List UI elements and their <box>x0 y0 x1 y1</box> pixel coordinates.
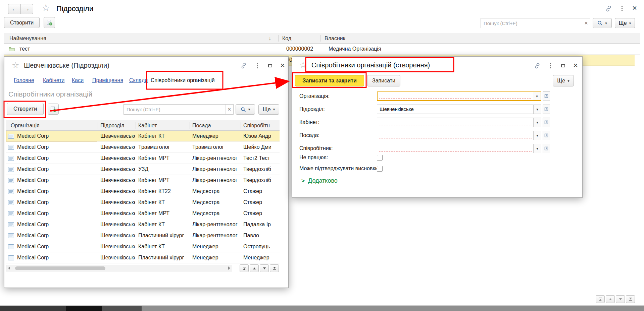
close-icon[interactable]: × <box>278 61 287 70</box>
horizontal-scrollbar[interactable] <box>6 265 232 271</box>
column-header-organization[interactable]: Організація <box>11 123 40 129</box>
department-open-button[interactable] <box>543 105 550 114</box>
column-header-position[interactable]: Посада <box>192 123 211 129</box>
department-field[interactable]: Шевченківське ▾ <box>377 105 541 114</box>
taskbar-segment[interactable] <box>66 306 102 311</box>
employee-row[interactable]: Medical CorpШевченківськеКабінет КТМенед… <box>6 241 280 252</box>
organization-field[interactable]: ▾ <box>377 91 541 101</box>
get-link-icon[interactable] <box>239 61 248 70</box>
scrollbar-thumb[interactable] <box>15 266 105 270</box>
create-group-button[interactable] <box>48 104 59 115</box>
get-link-icon[interactable] <box>533 61 542 70</box>
column-divider[interactable] <box>136 122 136 129</box>
employee-row[interactable]: Medical CorpШевченківськеКабінет КТМедсе… <box>6 197 280 208</box>
not-working-checkbox[interactable] <box>377 155 383 161</box>
employee-row[interactable]: Medical CorpШевченківськеКабінет МРТЛіка… <box>6 175 280 186</box>
back-button[interactable]: ← <box>8 4 21 14</box>
cabinet-field[interactable]: ▾ <box>377 118 541 127</box>
favorite-star-icon[interactable]: ☆ <box>299 61 307 69</box>
scroll-right-icon[interactable] <box>228 266 230 270</box>
search-input[interactable] <box>481 18 582 28</box>
scroll-left-icon[interactable] <box>8 266 10 270</box>
go-prev-button[interactable] <box>250 264 259 272</box>
search-button[interactable]: ▾ <box>593 18 612 28</box>
create-employee-button[interactable]: Створити <box>7 103 44 115</box>
column-header-name[interactable]: Найменування <box>9 36 46 42</box>
tab-cabinets[interactable]: Кабінети <box>43 77 64 83</box>
dropdown-button[interactable]: ▾ <box>533 131 541 140</box>
more-menu-icon[interactable] <box>546 61 555 70</box>
expander-chevron-icon[interactable]: > <box>301 178 305 184</box>
save-and-close-button[interactable]: Записати та закрити <box>295 75 364 86</box>
employee-row[interactable]: Medical CorpШевченківськеКабінет КТ22Мед… <box>6 186 280 197</box>
more-button[interactable]: Ще ▾ <box>615 18 635 28</box>
clear-search-icon[interactable]: × <box>225 105 233 114</box>
tab-main[interactable]: Головне <box>14 77 34 83</box>
tab-rooms[interactable]: Приміщення <box>92 77 123 83</box>
column-divider[interactable] <box>278 35 279 42</box>
more-button-label: Ще <box>557 78 565 84</box>
clear-search-icon[interactable]: × <box>582 18 590 28</box>
create-button[interactable]: Створити <box>4 17 40 28</box>
column-divider[interactable] <box>98 122 98 129</box>
dropdown-button[interactable]: ▾ <box>533 92 541 100</box>
go-first-button[interactable] <box>240 264 249 272</box>
favorite-star-icon[interactable]: ☆ <box>42 3 50 13</box>
search-input[interactable] <box>124 105 225 114</box>
column-header-code[interactable]: Код <box>282 36 291 42</box>
create-group-button[interactable] <box>44 17 55 28</box>
forward-button[interactable]: → <box>20 4 33 14</box>
more-button[interactable]: Ще ▾ <box>553 75 574 86</box>
dropdown-button[interactable]: ▾ <box>533 105 541 114</box>
close-icon[interactable]: × <box>630 4 639 12</box>
employee-row[interactable]: Medical CorpШевченківськеПластичний хіру… <box>6 230 280 241</box>
dropdown-button[interactable]: ▾ <box>533 144 541 153</box>
position-field[interactable]: ▾ <box>377 131 541 140</box>
go-last-button[interactable] <box>270 264 279 272</box>
table-row[interactable]: тест 000000002 Медична Організація <box>4 44 640 55</box>
employee-row[interactable]: Medical CorpШевченківськеПластичний хіру… <box>6 252 280 263</box>
can-confirm-checkbox[interactable] <box>377 166 383 172</box>
position-open-button[interactable] <box>543 131 550 140</box>
employee-row[interactable]: Medical CorpШевченківськеКабінет КТЛікар… <box>6 219 280 230</box>
employee-field[interactable]: ▾ <box>377 144 541 153</box>
cabinet-open-button[interactable] <box>543 118 550 127</box>
column-header-employee[interactable]: Співробітн <box>243 123 270 129</box>
employee-open-button[interactable] <box>543 144 550 153</box>
go-prev-button[interactable] <box>606 295 615 303</box>
go-first-button[interactable] <box>596 295 605 303</box>
tab-org-employees[interactable]: Співробітники організацій <box>151 77 215 83</box>
save-button[interactable]: Записати <box>367 75 400 86</box>
organization-open-button[interactable] <box>543 91 550 101</box>
close-icon[interactable]: × <box>571 61 580 70</box>
additional-expander[interactable]: Додатково <box>308 177 338 184</box>
get-link-icon[interactable] <box>604 4 613 13</box>
employee-row[interactable]: Medical CorpШевченківськеТравматологТрав… <box>6 142 280 153</box>
column-divider[interactable] <box>241 122 241 129</box>
go-next-button[interactable] <box>616 295 625 303</box>
employee-row[interactable]: Medical CorpШевченківськеКабінет КТМенед… <box>6 131 280 142</box>
tab-warehouses[interactable]: Склади <box>129 77 148 83</box>
maximize-icon[interactable] <box>266 61 275 70</box>
employee-row[interactable]: Medical CorpШевченківськеКабінет МРТЛіка… <box>6 153 280 164</box>
more-menu-icon[interactable] <box>253 61 262 70</box>
employee-row[interactable]: Medical CorpШевченківськеУЗДЛікар-рентге… <box>6 164 280 175</box>
search-button[interactable]: ▾ <box>236 104 255 115</box>
column-header-cabinet[interactable]: Кабінет <box>138 123 157 129</box>
go-next-button[interactable] <box>260 264 269 272</box>
cell: Кабінет МРТ <box>138 208 189 219</box>
tab-cash[interactable]: Каси <box>72 77 84 83</box>
column-header-department[interactable]: Підрозділ <box>100 123 124 129</box>
favorite-star-icon[interactable]: ☆ <box>12 61 19 69</box>
column-divider[interactable] <box>320 35 321 42</box>
taskbar-segment[interactable] <box>0 306 66 311</box>
taskbar-segment[interactable] <box>102 306 142 311</box>
more-button[interactable]: Ще ▾ <box>258 104 279 115</box>
maximize-icon[interactable] <box>559 61 567 70</box>
column-divider[interactable] <box>190 122 190 129</box>
go-last-button[interactable] <box>626 295 635 303</box>
employee-row[interactable]: Medical CorpШевченківськеКабінет МРТМедс… <box>6 208 280 219</box>
column-header-owner[interactable]: Власник <box>325 36 345 42</box>
dropdown-button[interactable]: ▾ <box>533 118 541 127</box>
more-menu-icon[interactable] <box>617 4 626 13</box>
